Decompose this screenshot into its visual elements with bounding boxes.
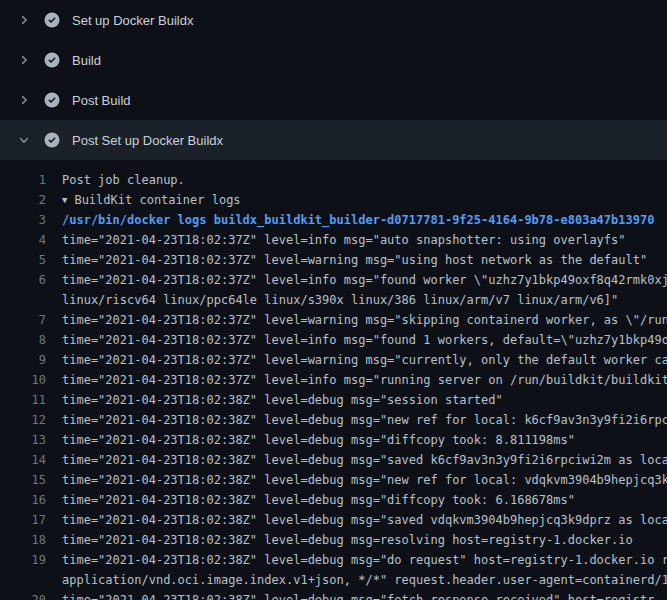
log-line: 7 ▼time="2021-04-23T18:02:37Z" level=war… bbox=[0, 310, 667, 330]
log-line-text: time="2021-04-23T18:02:37Z" level=warnin… bbox=[62, 313, 667, 327]
log-line-number[interactable]: 10 bbox=[0, 370, 46, 390]
log-line-number[interactable]: 16 bbox=[0, 490, 46, 510]
log-line-number[interactable]: 8 bbox=[0, 330, 46, 350]
log-line: 2 ▼BuildKit container logs bbox=[0, 190, 667, 210]
log-line: ▼application/vnd.oci.image.index.v1+json… bbox=[0, 570, 667, 590]
log-line-number[interactable]: 17 bbox=[0, 510, 46, 530]
log-line-number[interactable] bbox=[0, 570, 46, 590]
log-line-text: /usr/bin/docker logs buildx_buildkit_bui… bbox=[62, 213, 654, 227]
log-line-text: time="2021-04-23T18:02:38Z" level=debug … bbox=[62, 533, 633, 547]
log-line: 10 ▼time="2021-04-23T18:02:37Z" level=in… bbox=[0, 370, 667, 390]
log-line-text: time="2021-04-23T18:02:37Z" level=warnin… bbox=[62, 353, 667, 367]
log-line-number[interactable]: 4 bbox=[0, 230, 46, 250]
log-line-text: time="2021-04-23T18:02:38Z" level=debug … bbox=[62, 393, 503, 407]
log-line-text: time="2021-04-23T18:02:38Z" level=debug … bbox=[62, 413, 667, 427]
log-line-text: time="2021-04-23T18:02:38Z" level=debug … bbox=[62, 473, 667, 487]
step-label: Post Set up Docker Buildx bbox=[72, 133, 223, 148]
log-group-caret-icon[interactable]: ▼ bbox=[62, 195, 67, 205]
log-line-text: time="2021-04-23T18:02:37Z" level=info m… bbox=[62, 373, 667, 387]
log-line-text: application/vnd.oci.image.index.v1+json,… bbox=[62, 573, 667, 587]
log-line: 14 ▼time="2021-04-23T18:02:38Z" level=de… bbox=[0, 450, 667, 470]
log-line: 4 ▼time="2021-04-23T18:02:37Z" level=inf… bbox=[0, 230, 667, 250]
log-line: 18 ▼time="2021-04-23T18:02:38Z" level=de… bbox=[0, 530, 667, 550]
step-header-build[interactable]: Build bbox=[0, 40, 667, 80]
step-label: Build bbox=[72, 53, 101, 68]
log-line: ▼linux/riscv64 linux/ppc64le linux/s390x… bbox=[0, 290, 667, 310]
chevron-down-icon[interactable] bbox=[16, 134, 32, 146]
log-line-number[interactable]: 2 bbox=[0, 190, 46, 210]
log-line-number[interactable]: 9 bbox=[0, 350, 46, 370]
check-circle-icon bbox=[44, 132, 60, 148]
log-line-text: BuildKit container logs bbox=[74, 193, 240, 207]
log-line: 9 ▼time="2021-04-23T18:02:37Z" level=war… bbox=[0, 350, 667, 370]
log-line: 12 ▼time="2021-04-23T18:02:38Z" level=de… bbox=[0, 410, 667, 430]
log-line-number[interactable]: 11 bbox=[0, 390, 46, 410]
log-line-text: linux/riscv64 linux/ppc64le linux/s390x … bbox=[62, 293, 618, 307]
log-line-number[interactable]: 20 bbox=[0, 590, 46, 600]
log-line: 5 ▼time="2021-04-23T18:02:37Z" level=war… bbox=[0, 250, 667, 270]
log-line-number[interactable]: 13 bbox=[0, 430, 46, 450]
log-line-number[interactable] bbox=[0, 290, 46, 310]
log-line-number[interactable]: 19 bbox=[0, 550, 46, 570]
chevron-right-icon[interactable] bbox=[16, 14, 32, 26]
log-line-number[interactable]: 15 bbox=[0, 470, 46, 490]
log-line-number[interactable]: 3 bbox=[0, 210, 46, 230]
log-line-text: time="2021-04-23T18:02:37Z" level=warnin… bbox=[62, 253, 647, 267]
step-label: Set up Docker Buildx bbox=[72, 13, 193, 28]
log-line-text: time="2021-04-23T18:02:37Z" level=info m… bbox=[62, 233, 626, 247]
log-line: 15 ▼time="2021-04-23T18:02:38Z" level=de… bbox=[0, 470, 667, 490]
step-header-post-build[interactable]: Post Build bbox=[0, 80, 667, 120]
log-line: 13 ▼time="2021-04-23T18:02:38Z" level=de… bbox=[0, 430, 667, 450]
log-line-number[interactable]: 6 bbox=[0, 270, 46, 290]
check-circle-icon bbox=[44, 52, 60, 68]
log-line: 19 ▼time="2021-04-23T18:02:38Z" level=de… bbox=[0, 550, 667, 570]
log-line: 20 ▼time="2021-04-23T18:02:38Z" level=de… bbox=[0, 590, 667, 600]
log-line-number[interactable]: 18 bbox=[0, 530, 46, 550]
step-header-post-set-up-docker-buildx[interactable]: Post Set up Docker Buildx bbox=[0, 120, 667, 160]
step-label: Post Build bbox=[72, 93, 131, 108]
log-line-number[interactable]: 5 bbox=[0, 250, 46, 270]
log-line-number[interactable]: 12 bbox=[0, 410, 46, 430]
log-line-number[interactable]: 14 bbox=[0, 450, 46, 470]
log-line-text: time="2021-04-23T18:02:38Z" level=debug … bbox=[62, 453, 667, 467]
log-line-number[interactable]: 1 bbox=[0, 170, 46, 190]
log-line: 3 ▼/usr/bin/docker logs buildx_buildkit_… bbox=[0, 210, 667, 230]
log-lines: 1 ▼Post job cleanup. 2 ▼BuildKit contain… bbox=[0, 160, 667, 600]
step-list: Set up Docker Buildx Build Post Build bbox=[0, 0, 667, 160]
step-header-set-up-docker-buildx[interactable]: Set up Docker Buildx bbox=[0, 0, 667, 40]
check-circle-icon bbox=[44, 12, 60, 28]
log-line-text: time="2021-04-23T18:02:37Z" level=info m… bbox=[62, 273, 667, 287]
log-line-text: time="2021-04-23T18:02:38Z" level=debug … bbox=[62, 553, 667, 567]
log-line-text: time="2021-04-23T18:02:38Z" level=debug … bbox=[62, 593, 654, 600]
log-line-text: time="2021-04-23T18:02:38Z" level=debug … bbox=[62, 513, 667, 527]
chevron-right-icon[interactable] bbox=[16, 54, 32, 66]
log-line: 8 ▼time="2021-04-23T18:02:37Z" level=inf… bbox=[0, 330, 667, 350]
log-line-number[interactable]: 7 bbox=[0, 310, 46, 330]
log-line: 17 ▼time="2021-04-23T18:02:38Z" level=de… bbox=[0, 510, 667, 530]
chevron-right-icon[interactable] bbox=[16, 94, 32, 106]
log-line-text: time="2021-04-23T18:02:37Z" level=info m… bbox=[62, 333, 667, 347]
check-circle-icon bbox=[44, 92, 60, 108]
log-line: 6 ▼time="2021-04-23T18:02:37Z" level=inf… bbox=[0, 270, 667, 290]
log-line: 16 ▼time="2021-04-23T18:02:38Z" level=de… bbox=[0, 490, 667, 510]
log-line-text: time="2021-04-23T18:02:38Z" level=debug … bbox=[62, 433, 575, 447]
actions-log-viewer: Set up Docker Buildx Build Post Build bbox=[0, 0, 667, 600]
log-line: 1 ▼Post job cleanup. bbox=[0, 170, 667, 190]
log-line: 11 ▼time="2021-04-23T18:02:38Z" level=de… bbox=[0, 390, 667, 410]
log-line-text: time="2021-04-23T18:02:38Z" level=debug … bbox=[62, 493, 575, 507]
log-line-text: Post job cleanup. bbox=[62, 173, 185, 187]
